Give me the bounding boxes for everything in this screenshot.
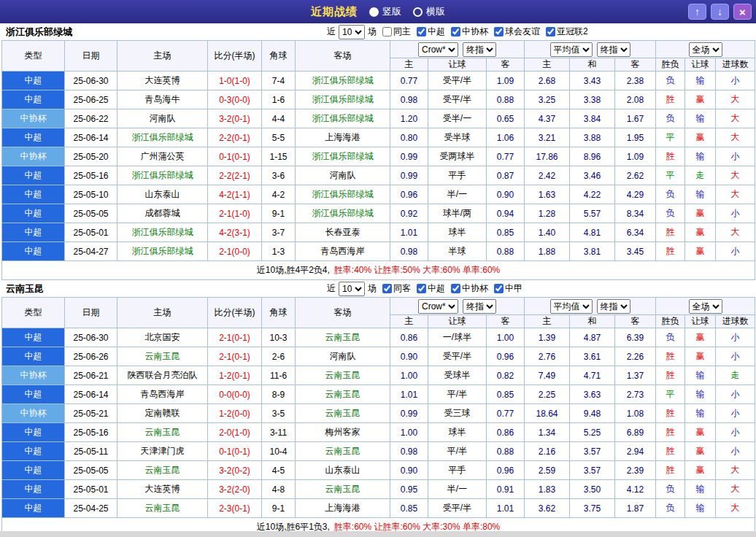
match-row: 中超25-06-14浙江俱乐部绿城2-2(0-1)5-5上海海港0.80受半球1… bbox=[2, 128, 755, 147]
avg-odds-home: 3.21 bbox=[525, 128, 570, 147]
match-score: 3-2(2-0) bbox=[208, 480, 262, 499]
league-type-badge: 中超 bbox=[2, 204, 65, 223]
result-handicap: 输 bbox=[685, 185, 716, 204]
checkbox-input[interactable] bbox=[451, 27, 460, 36]
checkbox-input[interactable] bbox=[382, 284, 392, 293]
move-up-button[interactable]: ↑ bbox=[688, 4, 706, 20]
sub-col-header: 让球 bbox=[685, 58, 716, 72]
col-header: 客场 bbox=[296, 298, 390, 328]
away-team: 上海海港 bbox=[296, 128, 390, 147]
sub-col-header: 客 bbox=[487, 315, 525, 328]
result-goals: 大 bbox=[716, 461, 755, 480]
avg-odds-home: 1.83 bbox=[525, 480, 570, 499]
checkbox-input[interactable] bbox=[417, 27, 426, 36]
avg-odds-away: 3.45 bbox=[615, 242, 656, 261]
sub-col-header: 客 bbox=[487, 58, 525, 72]
result-outcome: 胜 bbox=[656, 423, 685, 442]
odds-home: 1.01 bbox=[390, 223, 428, 242]
checkbox-input[interactable] bbox=[494, 27, 504, 36]
result-goals: 大 bbox=[716, 480, 755, 499]
home-team: 天津津门虎 bbox=[117, 442, 208, 461]
match-score: 2-1(0-1) bbox=[208, 347, 262, 366]
checkbox-input[interactable] bbox=[451, 284, 460, 293]
home-team: 浙江俱乐部绿城 bbox=[117, 242, 208, 261]
result-outcome: 胜 bbox=[656, 147, 685, 166]
result-scope-select[interactable]: 全场 bbox=[689, 299, 722, 314]
avg-odds-home: 1.88 bbox=[525, 242, 570, 261]
handicap-line: 半/一 bbox=[428, 480, 487, 499]
results-table: 类型日期主场比分(半场)角球客场Crow*终指平均值终指全场主让球客主和客胜负让… bbox=[1, 40, 755, 280]
filter-checkbox-同主[interactable]: 同主 bbox=[382, 26, 411, 38]
avg-select[interactable]: 平均值 bbox=[550, 299, 593, 314]
sub-col-header: 主 bbox=[390, 58, 428, 72]
avg-select[interactable]: 平均值 bbox=[550, 42, 593, 57]
filter-checkbox-中甲[interactable]: 中甲 bbox=[494, 282, 522, 295]
home-team: 广州蒲公英 bbox=[117, 147, 208, 166]
odds-home: 0.98 bbox=[390, 442, 428, 461]
match-date: 25-06-25 bbox=[65, 90, 117, 109]
filter-checkbox-中协杯[interactable]: 中协杯 bbox=[451, 282, 488, 295]
match-row: 中超25-05-16浙江俱乐部绿城2-2(2-1)3-6河南队0.99平手0.8… bbox=[2, 166, 755, 185]
filter-checkbox-同客[interactable]: 同客 bbox=[382, 282, 411, 295]
result-outcome: 平 bbox=[656, 385, 685, 404]
match-score: 3-2(0-1) bbox=[208, 109, 262, 128]
odds-time-select[interactable]: 终指 bbox=[463, 42, 496, 57]
avg-odds-draw: 3.50 bbox=[570, 480, 615, 499]
odds-company-select[interactable]: Crow* bbox=[418, 42, 458, 57]
odds-away: 0.94 bbox=[487, 204, 525, 223]
result-outcome: 负 bbox=[656, 185, 685, 204]
title-bar-center: 近期战绩 竖版 横版 bbox=[311, 5, 445, 19]
league-type-badge: 中超 bbox=[2, 223, 65, 242]
corner-count: 3-6 bbox=[262, 166, 296, 185]
odds-company-select[interactable]: Crow* bbox=[418, 299, 458, 314]
avg-odds-draw: 3.57 bbox=[570, 461, 615, 480]
checkbox-input[interactable] bbox=[546, 27, 555, 36]
filter-bar: 近10场同客中超中协杯中甲 bbox=[327, 282, 522, 296]
odds-time-select[interactable]: 终指 bbox=[463, 299, 496, 314]
avg-time-select[interactable]: 终指 bbox=[597, 42, 630, 57]
match-date: 25-04-25 bbox=[65, 499, 117, 518]
recent-label: 近 bbox=[327, 282, 336, 295]
corner-count: 10-4 bbox=[262, 442, 296, 461]
match-row: 中超25-05-01浙江俱乐部绿城4-2(3-1)3-7长春亚泰1.01球半0.… bbox=[2, 223, 755, 242]
filter-checkbox-中超[interactable]: 中超 bbox=[417, 26, 445, 38]
result-goals: 大 bbox=[716, 223, 755, 242]
checkbox-label: 中协杯 bbox=[462, 26, 488, 38]
col-header: 类型 bbox=[2, 298, 65, 328]
result-scope-select[interactable]: 全场 bbox=[689, 42, 722, 57]
result-handicap: 赢 bbox=[685, 223, 716, 242]
avg-odds-draw: 4.22 bbox=[570, 185, 615, 204]
avg-odds-home: 2.68 bbox=[525, 72, 570, 90]
result-goals: 小 bbox=[716, 204, 755, 223]
sub-col-header: 胜负 bbox=[656, 58, 685, 72]
checkbox-input[interactable] bbox=[417, 284, 426, 293]
away-team: 浙江俱乐部绿城 bbox=[296, 147, 390, 166]
col-header: 角球 bbox=[262, 298, 296, 328]
handicap-line: 球半/两 bbox=[428, 204, 487, 223]
checkbox-input[interactable] bbox=[382, 27, 392, 36]
recent-results-panel: 近期战绩 竖版 横版 ↑ ↓ × 浙江俱乐部绿城近10场同主中超中协杯球会友谊亚… bbox=[0, 0, 756, 537]
horizontal-scrollbar[interactable] bbox=[0, 531, 756, 537]
filter-checkbox-亚冠联2[interactable]: 亚冠联2 bbox=[546, 26, 588, 38]
match-score: 2-1(0-1) bbox=[208, 328, 262, 347]
match-date: 25-05-05 bbox=[65, 461, 117, 480]
filter-checkbox-中超[interactable]: 中超 bbox=[417, 282, 445, 295]
league-type-badge: 中超 bbox=[2, 185, 65, 204]
match-count-select[interactable]: 10 bbox=[339, 25, 365, 39]
away-team: 山东泰山 bbox=[296, 461, 390, 480]
radio-vertical-layout[interactable]: 竖版 bbox=[369, 5, 401, 18]
match-count-select[interactable]: 10 bbox=[339, 282, 365, 296]
filter-checkbox-球会友谊[interactable]: 球会友谊 bbox=[494, 26, 540, 38]
result-goals: 大 bbox=[716, 90, 755, 109]
move-down-button[interactable]: ↓ bbox=[711, 4, 729, 20]
close-button[interactable]: × bbox=[733, 4, 752, 20]
avg-time-select[interactable]: 终指 bbox=[597, 299, 630, 314]
checkbox-input[interactable] bbox=[494, 284, 504, 293]
league-type-badge: 中超 bbox=[2, 242, 65, 261]
radio-horizontal-layout[interactable]: 横版 bbox=[413, 5, 445, 18]
result-outcome: 负 bbox=[656, 499, 685, 518]
section-header-bar: 云南玉昆近10场同客中超中协杯中甲 bbox=[0, 280, 756, 297]
radio-dot-icon bbox=[369, 7, 379, 17]
filter-checkbox-中协杯[interactable]: 中协杯 bbox=[451, 26, 488, 38]
result-goals: 小 bbox=[716, 242, 755, 261]
